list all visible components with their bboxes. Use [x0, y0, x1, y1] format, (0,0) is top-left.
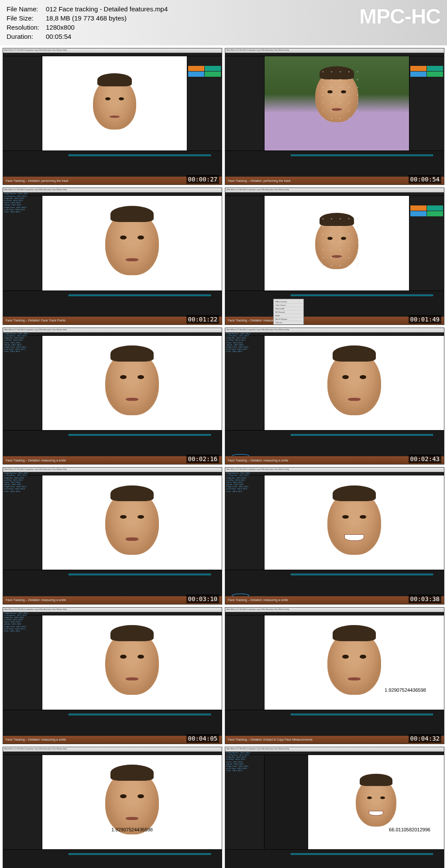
prop-row[interactable]: ▸ Left Cheek 640.0, 340.0 — [4, 488, 28, 490]
ae-toolbar[interactable] — [225, 472, 444, 475]
ae-menubar[interactable]: After Effects CC File Edit Composition L… — [225, 747, 444, 752]
prop-row[interactable]: ▸ Chin 640.0, 340.0 — [4, 630, 28, 632]
ae-toolbar[interactable] — [3, 752, 222, 755]
video-thumbnail[interactable]: After Effects CC File Edit Composition L… — [225, 747, 444, 868]
ae-viewport[interactable] — [42, 475, 222, 570]
ae-project-panel[interactable] — [3, 755, 42, 849]
timeline-workarea[interactable] — [291, 853, 433, 855]
video-thumbnail[interactable]: After Effects CC File Edit Composition L… — [3, 328, 222, 465]
ae-menubar[interactable]: After Effects CC File Edit Composition L… — [225, 608, 444, 612]
ae-menubar[interactable]: After Effects CC File Edit Composition L… — [3, 468, 222, 472]
swatch-blue[interactable] — [188, 72, 204, 77]
video-thumbnail[interactable]: After Effects CC File Edit Composition L… — [225, 607, 444, 744]
ae-toolbar[interactable] — [3, 332, 222, 336]
video-thumbnail[interactable]: After Effects CC File Edit Composition L… — [3, 188, 222, 325]
video-thumbnail[interactable]: After Effects CC File Edit Composition L… — [3, 747, 222, 868]
ae-timeline-panel[interactable] — [3, 849, 222, 868]
ae-viewport[interactable] — [265, 56, 409, 150]
prop-row[interactable]: ▸ Right Eyebrow 640.0, 340.0 — [4, 612, 28, 614]
timeline-workarea[interactable] — [291, 434, 433, 436]
swatch-green[interactable] — [427, 211, 443, 216]
timeline-workarea[interactable] — [69, 154, 211, 156]
effect-menu-dropdown[interactable]: Effect ControlsColor CorrectRemove All3D… — [273, 299, 304, 325]
menu-item[interactable]: Blur & Sharpen — [275, 318, 303, 321]
ae-toolbar[interactable] — [3, 192, 222, 196]
timeline-workarea[interactable] — [69, 294, 211, 296]
ae-project-panel[interactable] — [225, 615, 265, 710]
ae-toolbar[interactable] — [225, 612, 444, 615]
ae-toolbar[interactable] — [225, 332, 444, 336]
menu-item[interactable]: Color Correct — [275, 304, 303, 307]
ae-project-panel[interactable]: ▸ Right Eyebrow 640.0, 340.0▸ Left Eyebr… — [225, 336, 265, 430]
swatch-teal[interactable] — [205, 66, 221, 71]
ae-viewport[interactable]: 1.92907524436598 — [265, 615, 444, 710]
menu-item[interactable]: Audio — [275, 314, 303, 318]
ae-project-panel[interactable] — [225, 56, 265, 150]
swatch-orange[interactable] — [410, 205, 426, 211]
menu-item[interactable]: Remove All — [275, 307, 303, 311]
timeline-workarea[interactable] — [291, 574, 433, 575]
prop-row[interactable]: ▸ Right Eyebrow 640.0, 340.0 — [4, 192, 28, 195]
ae-toolbar[interactable] — [225, 53, 444, 56]
ae-project-panel[interactable]: ▸ Right Eyebrow 640.0, 340.0▸ Left Eyebr… — [3, 475, 42, 570]
ae-project-panel[interactable]: ▸ Right Eyebrow 640.0, 340.0▸ Left Eyebr… — [225, 755, 265, 849]
ae-viewport[interactable]: 66.0110582012996 — [308, 755, 444, 849]
ae-project-panel[interactable]: ▸ Right Eyebrow 640.0, 340.0▸ Left Eyebr… — [225, 475, 265, 570]
prop-row[interactable]: ▸ Chin 640.0, 340.0 — [226, 350, 250, 352]
menu-item[interactable]: Effect Controls — [275, 300, 303, 304]
prop-row[interactable]: ▸ Chin 640.0, 340.0 — [226, 490, 250, 492]
ae-viewport[interactable] — [265, 336, 444, 430]
timeline-workarea[interactable] — [69, 434, 211, 436]
ae-viewport[interactable] — [42, 615, 222, 710]
timeline-workarea[interactable] — [291, 154, 433, 156]
ae-viewport[interactable] — [265, 475, 444, 570]
swatch-blue[interactable] — [410, 211, 426, 216]
prop-row[interactable]: ▸ Chin 640.0, 340.0 — [4, 350, 28, 352]
prop-row[interactable]: ▸ Left Eyebrow 640.0, 340.0 — [226, 474, 250, 476]
ae-menubar[interactable]: After Effects CC File Edit Composition L… — [225, 468, 444, 472]
swatch-teal[interactable] — [427, 66, 443, 71]
ae-viewport[interactable] — [42, 196, 222, 290]
timeline-workarea[interactable] — [69, 853, 211, 855]
video-thumbnail[interactable]: After Effects CC File Edit Composition L… — [3, 607, 222, 744]
ae-menubar[interactable]: After Effects CC File Edit Composition L… — [225, 188, 444, 192]
prop-row[interactable]: ▸ Chin 640.0, 340.0 — [4, 211, 28, 213]
prop-row[interactable]: ▸ Left Cheek 640.0, 340.0 — [226, 488, 250, 490]
prop-row[interactable]: ▸ Chin 640.0, 340.0 — [226, 769, 250, 772]
ae-viewport[interactable] — [42, 336, 222, 430]
ae-menubar[interactable]: After Effects CC File Edit Composition L… — [3, 48, 222, 53]
prop-row[interactable]: ▸ Right Cheek 640.0, 340.0 — [4, 206, 28, 208]
ae-viewport[interactable] — [42, 56, 187, 150]
timeline-workarea[interactable] — [291, 294, 433, 296]
ae-menubar[interactable]: After Effects CC File Edit Composition L… — [3, 188, 222, 192]
ae-menubar[interactable]: After Effects CC File Edit Composition L… — [225, 48, 444, 53]
swatch-teal[interactable] — [427, 205, 443, 211]
ae-viewport[interactable]: 1.92907524436598 — [42, 755, 222, 849]
ae-viewport[interactable] — [265, 196, 409, 290]
ae-menubar[interactable]: After Effects CC File Edit Composition L… — [225, 328, 444, 332]
swatch-orange[interactable] — [188, 66, 204, 71]
ae-project-panel[interactable]: ▸ Right Eyebrow 640.0, 340.0▸ Left Eyebr… — [3, 615, 42, 710]
ae-menubar[interactable]: After Effects CC File Edit Composition L… — [3, 747, 222, 752]
swatch-green[interactable] — [205, 72, 221, 77]
ae-menubar[interactable]: After Effects CC File Edit Composition L… — [3, 608, 222, 612]
video-thumbnail[interactable]: After Effects CC File Edit Composition L… — [225, 48, 444, 185]
timeline-workarea[interactable] — [291, 714, 433, 715]
video-thumbnail[interactable]: After Effects CC File Edit Composition L… — [225, 328, 444, 465]
ae-toolbar[interactable] — [225, 752, 444, 755]
video-thumbnail[interactable]: After Effects CC File Edit Composition L… — [225, 188, 444, 325]
prop-row[interactable]: ▸ Chin 640.0, 340.0 — [4, 490, 28, 492]
menu-item[interactable]: Cinema 4D — [275, 325, 303, 325]
video-thumbnail[interactable]: After Effects CC File Edit Composition L… — [3, 48, 222, 185]
ae-toolbar[interactable] — [225, 192, 444, 196]
swatch-green[interactable] — [427, 72, 443, 77]
menu-item[interactable]: 3D Channel — [275, 311, 303, 314]
ae-project-panel[interactable]: ▸ Right Eyebrow 640.0, 340.0▸ Left Eyebr… — [3, 336, 42, 430]
video-thumbnail[interactable]: After Effects CC File Edit Composition L… — [225, 467, 444, 604]
prop-row[interactable]: ▸ Left Eyebrow 640.0, 340.0 — [4, 195, 28, 197]
video-thumbnail[interactable]: After Effects CC File Edit Composition L… — [3, 467, 222, 604]
ae-toolbar[interactable] — [3, 612, 222, 615]
menu-item[interactable]: Channel — [275, 321, 303, 325]
ae-project-panel[interactable] — [3, 56, 42, 150]
timeline-workarea[interactable] — [69, 714, 211, 715]
